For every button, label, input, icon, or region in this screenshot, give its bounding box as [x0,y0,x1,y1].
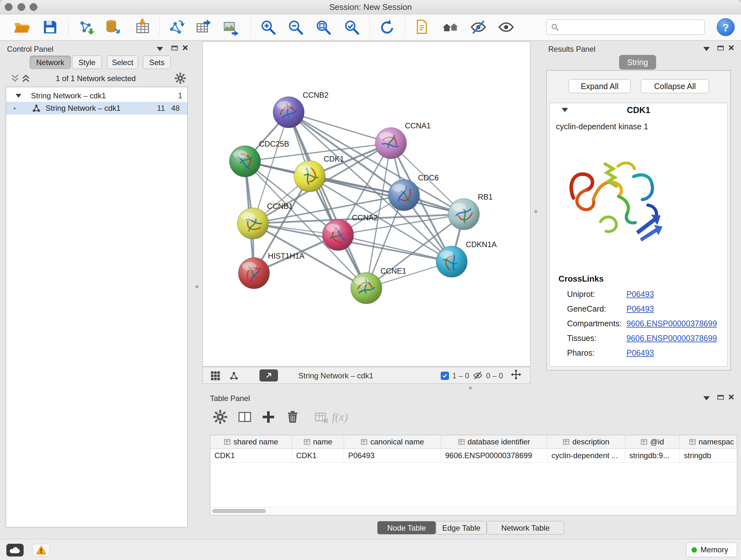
import-network-icon[interactable] [77,18,94,36]
cell-canonical-name[interactable]: P06493 [344,449,441,462]
table-panel-float-icon[interactable] [718,395,724,400]
table-panel-menu-icon[interactable] [703,396,710,400]
tab-style[interactable]: Style [72,56,102,69]
network-edge[interactable] [288,112,366,288]
table-gear-icon[interactable] [212,409,228,425]
control-panel-gear-icon[interactable] [174,72,186,84]
network-node-rb1[interactable] [448,199,479,230]
column-header-description[interactable]: description [547,435,625,449]
network-node-ccnb2[interactable] [273,97,305,128]
crosslink-pharos-link[interactable]: P06493 [626,348,654,357]
add-column-icon[interactable] [261,409,276,425]
show-eye-icon[interactable] [497,18,515,36]
tab-edge-table[interactable]: Edge Table [436,521,487,535]
sort-icon [224,438,231,445]
crosslink-tissues-link[interactable]: 9606.ENSP00000378699 [626,334,717,343]
control-panel-menu-icon[interactable] [157,47,163,51]
network-node-hist1h1a[interactable] [239,258,270,289]
table-row[interactable]: CDK1 CDK1 P06493 9606.ENSP00000378699 cy… [210,449,737,462]
save-icon[interactable] [41,18,59,36]
results-panel-float-icon[interactable] [718,46,724,51]
import-database-icon[interactable] [104,18,122,36]
crosslink-compartments-link[interactable]: 9606.ENSP00000378699 [626,319,717,328]
cell-database-identifier[interactable]: 9606.ENSP00000378699 [441,449,547,462]
network-node-ccne1[interactable] [351,273,382,304]
hidden-eye-slash-icon[interactable] [473,370,483,381]
grid-view-icon[interactable] [210,371,220,381]
horizontal-scrollbar[interactable] [210,507,737,515]
zoom-in-icon[interactable] [259,18,277,36]
home-icon[interactable] [442,18,460,36]
network-node-cdkn1a[interactable] [436,246,468,277]
warnings-button[interactable] [32,544,50,557]
table-panel-close-icon[interactable]: × [728,393,734,401]
network-node-cdk1[interactable] [294,161,325,192]
scrollbar-thumb[interactable] [212,509,266,513]
crosslinks-list: Uniprot:P06493 GeneCard:P06493 Compartme… [567,287,727,360]
network-canvas[interactable]: CCNB2CCNA1CDC25BCDK1CDC6RB1CCNB1CCNA2CDK… [202,42,530,367]
tab-network[interactable]: Network [30,56,71,69]
column-header-namespace[interactable]: namespac [680,435,737,449]
export-network-icon[interactable] [167,18,185,36]
expand-all-button[interactable]: Expand All [569,79,630,93]
delete-column-icon[interactable] [285,409,300,425]
export-table-icon[interactable] [194,18,212,36]
column-header-database-identifier[interactable]: database identifier [441,435,547,449]
column-header-shared-name[interactable]: shared name [210,435,292,449]
network-row-selected[interactable]: • String Network – cdk1 11 48 [6,102,187,115]
zoom-selected-icon[interactable] [343,18,360,36]
cell-description[interactable]: cyclin-dependent ... [547,449,625,462]
show-columns-icon[interactable] [237,409,253,425]
toolbar-separator [159,19,160,36]
zoom-out-icon[interactable] [286,18,305,36]
pan-crosshair-icon[interactable] [511,369,524,382]
crosslink-uniprot-link[interactable]: P06493 [626,290,654,299]
import-table-icon[interactable] [133,18,151,36]
tab-network-table[interactable]: Network Table [487,521,564,535]
network-collection-row[interactable]: String Network – cdk1 1 [6,90,187,102]
selected-checkbox-icon[interactable] [441,372,449,380]
crosslink-label: Tissues: [567,331,626,346]
tab-sets[interactable]: Sets [143,56,171,69]
splitter-handle[interactable] [469,386,472,389]
birdseye-toggle-button[interactable] [259,369,278,381]
control-panel-float-icon[interactable] [172,46,178,51]
network-node-ccna2[interactable] [322,219,354,251]
tab-string[interactable]: String [619,55,656,70]
splitter-handle[interactable] [195,285,199,288]
network-node-cdc6[interactable] [388,179,420,211]
network-edge[interactable] [288,112,391,143]
network-node-ccna1[interactable] [375,127,407,159]
results-panel-menu-icon[interactable] [703,47,710,51]
search-box[interactable] [546,19,704,35]
hide-eye-slash-icon[interactable] [469,18,487,36]
documents-icon[interactable] [413,18,431,36]
open-folder-icon[interactable] [13,18,30,36]
collapse-all-button[interactable]: Collapse All [641,79,709,93]
help-button[interactable]: ? [717,18,735,36]
network-node-cdc25b[interactable] [229,145,261,177]
tab-select[interactable]: Select [107,56,138,69]
memory-button[interactable]: Memory [686,543,737,557]
network-graph[interactable]: CCNB2CCNA1CDC25BCDK1CDC6RB1CCNB1CCNA2CDK… [203,42,530,366]
tree-expand-icon[interactable] [16,94,21,98]
column-header-name[interactable]: name [292,435,344,449]
network-view-icon[interactable] [229,371,239,381]
control-panel-close-icon[interactable]: × [182,44,188,52]
cell-shared-name[interactable]: CDK1 [210,449,292,462]
results-panel-close-icon[interactable]: × [728,44,734,52]
crosslink-genecard-link[interactable]: P06493 [626,304,654,313]
cell-namespace[interactable]: stringdb [680,449,737,462]
column-header-id[interactable]: @id [625,435,680,449]
column-header-canonical-name[interactable]: canonical name [344,435,441,449]
export-image-icon[interactable] [222,18,240,36]
search-input[interactable] [562,20,704,34]
network-node-ccnb1[interactable] [238,208,269,239]
zoom-fit-icon[interactable] [314,18,332,36]
cloud-status-button[interactable] [6,544,23,557]
tab-node-table[interactable]: Node Table [377,521,436,535]
refresh-layout-icon[interactable] [378,18,396,36]
cell-name[interactable]: CDK1 [292,449,344,462]
splitter-handle[interactable] [534,210,537,213]
cell-id[interactable]: stringdb:9... [625,449,680,462]
